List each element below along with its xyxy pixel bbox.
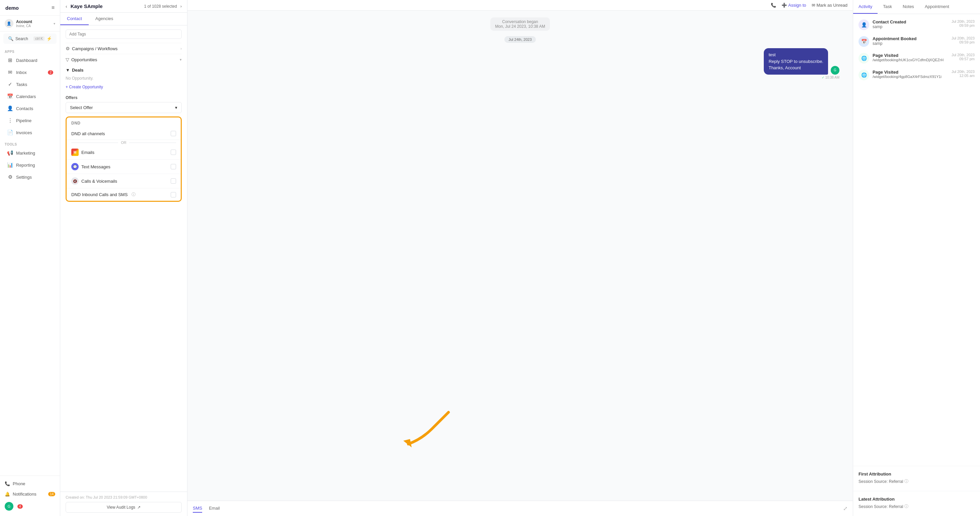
message-text: test Reply STOP to unsubscribe. Thanks, … <box>768 52 823 70</box>
sidebar-item-notifications[interactable]: 🔔 Notifications 14 <box>0 489 60 499</box>
sidebar-item-calendars[interactable]: 📅 Calendars <box>2 90 58 102</box>
account-chevron-icon: ▾ <box>54 22 55 25</box>
activity-item-page-visited-1: 🌐 Page Visited /widget/booking/hUK1cxGYC… <box>859 53 975 64</box>
mark-unread-btn[interactable]: ✉ Mark as Unread <box>811 3 848 8</box>
dnd-emails-checkbox[interactable] <box>171 149 176 155</box>
sidebar-item-tasks[interactable]: ✓ Tasks <box>2 79 58 90</box>
campaigns-label: Campaigns / Workflows <box>72 46 118 51</box>
sidebar-item-pipeline[interactable]: ⋮ Pipeline <box>2 115 58 126</box>
sidebar-label-dashboard: Dashboard <box>16 58 38 63</box>
first-attribution-title: First Attribution <box>859 472 975 476</box>
invoices-icon: 📄 <box>7 130 13 135</box>
dnd-calls-label: Calls & Voicemails <box>81 179 117 184</box>
support-badge: 4 <box>18 504 23 509</box>
mark-unread-label: Mark as Unread <box>817 3 848 8</box>
sidebar-item-settings[interactable]: ⚙ Settings <box>2 171 58 183</box>
view-audit-btn[interactable]: View Audit Logs ↗ <box>65 502 182 513</box>
dnd-sms-checkbox[interactable] <box>171 164 176 169</box>
sidebar-item-support[interactable]: G 4 <box>0 499 60 513</box>
conversation-messages: Conversation began Mon, Jul 24 2023, 10:… <box>188 11 853 501</box>
dnd-header: DND <box>67 117 181 127</box>
tab-email[interactable]: Email <box>209 504 220 513</box>
inbox-badge: 2 <box>48 70 53 75</box>
expand-icon[interactable]: ⤢ <box>843 505 848 512</box>
footer-tabs: SMS Email <box>193 504 220 513</box>
began-date: Mon, Jul 24 2023, 10:38 AM <box>495 24 545 29</box>
main-content: ‹ Kaye SAmple 1 of 1028 selected › Conta… <box>60 0 980 516</box>
sidebar-label-invoices: Invoices <box>16 130 32 135</box>
settings-icon: ⚙ <box>7 174 13 180</box>
lightning-icon: ⚡ <box>46 36 52 41</box>
sidebar-item-reporting[interactable]: 📊 Reporting <box>2 159 58 171</box>
sidebar-item-inbox[interactable]: ✉ Inbox 2 <box>2 67 58 78</box>
campaigns-section[interactable]: ⚙ Campaigns / Workflows › <box>65 43 182 54</box>
conversation-header: 📞 ➕ Assign to ✉ Mark as Unread <box>188 0 853 11</box>
dnd-or-divider: OR <box>67 140 181 145</box>
campaigns-chevron-icon: › <box>180 46 182 51</box>
began-text: Conversation began <box>502 19 538 24</box>
account-location: Irvine, CA <box>16 24 51 28</box>
hamburger-icon[interactable]: ≡ <box>51 5 54 11</box>
create-opportunity-btn[interactable]: + Create Opportunity <box>65 83 182 90</box>
apps-section-label: Apps <box>0 48 60 54</box>
tab-notes[interactable]: Notes <box>897 0 920 14</box>
dnd-all-channels-checkbox[interactable] <box>171 131 176 136</box>
select-offer-chevron-icon: ▾ <box>175 105 177 110</box>
tab-task[interactable]: Task <box>878 0 897 14</box>
offers-label: Offers <box>65 95 182 100</box>
activity-title-page-2: Page Visited <box>873 70 948 75</box>
tab-appointment[interactable]: Appointment <box>920 0 955 14</box>
activity-item-page-visited-2: 🌐 Page Visited /widget/booking/4gp8GaX4r… <box>859 70 975 80</box>
call-icon: 🔇 <box>71 177 79 185</box>
dashboard-icon: ⊞ <box>7 57 13 63</box>
latest-attribution-info-icon: ⓘ <box>904 503 908 509</box>
back-button[interactable]: ‹ <box>65 4 67 9</box>
activity-date-appointment: Jul 20th, 2023 09:59 pm <box>951 36 975 47</box>
sender-avatar: G <box>831 66 839 75</box>
conversation-actions: 📞 ➕ Assign to ✉ Mark as Unread <box>771 3 848 8</box>
select-offer-dropdown[interactable]: Select Offer ▾ <box>65 102 182 113</box>
sidebar-bottom: 📞 Phone 🔔 Notifications 14 G 4 <box>0 476 60 516</box>
counter: 1 of 1028 selected <box>144 4 177 9</box>
dnd-section: DND DND all channels OR M <box>65 116 182 202</box>
phone-action[interactable]: 📞 <box>771 3 776 8</box>
external-link-icon: ↗ <box>137 505 141 510</box>
contact-panel-tabs: Contact Agencies <box>60 13 187 25</box>
date-label: Jul 24th, 2023 <box>504 36 536 43</box>
assign-to-btn[interactable]: ➕ Assign to <box>781 3 806 8</box>
sidebar-account[interactable]: 👤 Account Irvine, CA ▾ <box>0 16 60 32</box>
sidebar-search[interactable]: 🔍 Search ctrl K ⚡ <box>3 33 57 44</box>
sidebar-item-dashboard[interactable]: ⊞ Dashboard <box>2 54 58 66</box>
tab-agencies[interactable]: Agencies <box>89 13 120 25</box>
dnd-calls-checkbox[interactable] <box>171 178 176 184</box>
dnd-inbound-item: DND Inbound Calls and SMS ⓘ <box>67 188 181 201</box>
calendars-icon: 📅 <box>7 94 13 99</box>
sidebar-item-phone[interactable]: 📞 Phone <box>0 478 60 489</box>
notifications-icon: 🔔 <box>5 492 10 497</box>
activity-title-appointment: Appointment Booked <box>873 36 948 41</box>
search-label: Search <box>15 37 32 41</box>
tools-section-label: Tools <box>0 141 60 147</box>
dnd-emails-label: Emails <box>81 150 94 155</box>
activity-sub-contact-created: samp <box>873 24 948 29</box>
dnd-or-text: OR <box>118 141 129 144</box>
activity-title-page-1: Page Visited <box>873 53 948 58</box>
next-arrow-icon[interactable]: › <box>180 4 182 9</box>
tags-input[interactable] <box>65 29 182 39</box>
opportunities-section[interactable]: ▽ Opportunities ▾ <box>65 54 182 65</box>
contact-name: Kaye SAmple <box>71 3 141 9</box>
sidebar-item-contacts[interactable]: 👤 Contacts <box>2 103 58 114</box>
campaigns-icon: ⚙ <box>65 46 70 51</box>
sidebar-item-marketing[interactable]: 📢 Marketing <box>2 147 58 159</box>
sidebar-label-inbox: Inbox <box>16 70 27 75</box>
tab-contact[interactable]: Contact <box>60 13 89 25</box>
no-opportunity-text: No Opportunity. <box>65 75 182 83</box>
contact-panel-body: ⚙ Campaigns / Workflows › ▽ Opportunitie… <box>60 25 187 492</box>
activity-item-appointment-booked: 📅 Appointment Booked samp Jul 20th, 2023… <box>859 36 975 47</box>
activity-sub-appointment: samp <box>873 41 948 46</box>
sidebar-label-marketing: Marketing <box>16 151 35 156</box>
tab-activity[interactable]: Activity <box>853 0 878 14</box>
tab-sms[interactable]: SMS <box>193 504 202 513</box>
dnd-inbound-checkbox[interactable] <box>171 192 176 197</box>
sidebar-item-invoices[interactable]: 📄 Invoices <box>2 127 58 138</box>
